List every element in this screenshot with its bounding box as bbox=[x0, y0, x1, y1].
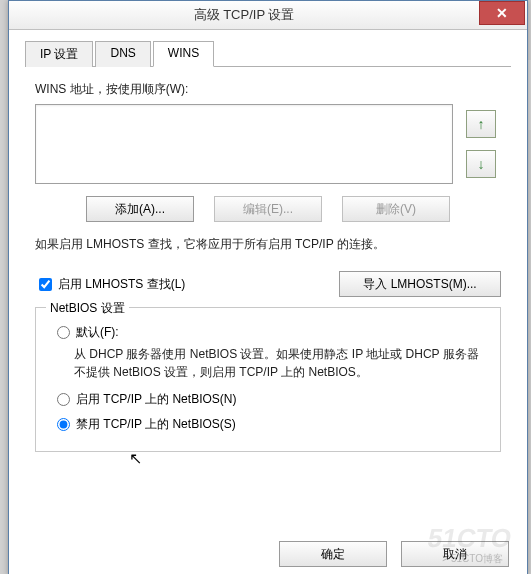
dialog-body: IP 设置 DNS WINS WINS 地址，按使用顺序(W): ↑ ↓ 添加(… bbox=[9, 30, 527, 462]
tab-strip: IP 设置 DNS WINS bbox=[25, 40, 511, 67]
netbios-default-label: 默认(F): bbox=[76, 324, 119, 341]
tab-dns[interactable]: DNS bbox=[95, 41, 150, 67]
edit-button: 编辑(E)... bbox=[214, 196, 322, 222]
move-up-button[interactable]: ↑ bbox=[466, 110, 496, 138]
arrow-up-icon: ↑ bbox=[478, 116, 485, 132]
tab-ip-settings[interactable]: IP 设置 bbox=[25, 41, 93, 67]
lmhosts-info: 如果启用 LMHOSTS 查找，它将应用于所有启用 TCP/IP 的连接。 bbox=[35, 236, 501, 253]
cancel-button[interactable]: 取消 bbox=[401, 541, 509, 567]
netbios-enable-label: 启用 TCP/IP 上的 NetBIOS(N) bbox=[76, 391, 236, 408]
titlebar-title: 高级 TCP/IP 设置 bbox=[9, 6, 479, 24]
lmhosts-row: 启用 LMHOSTS 查找(L) 导入 LMHOSTS(M)... bbox=[35, 271, 501, 297]
netbios-default-radio[interactable] bbox=[57, 326, 70, 339]
netbios-default-row[interactable]: 默认(F): bbox=[52, 324, 488, 341]
netbios-disable-radio[interactable] bbox=[57, 418, 70, 431]
advanced-tcpip-dialog: 高级 TCP/IP 设置 ✕ IP 设置 DNS WINS WINS 地址，按使… bbox=[8, 0, 528, 574]
ok-button[interactable]: 确定 bbox=[279, 541, 387, 567]
add-button[interactable]: 添加(A)... bbox=[86, 196, 194, 222]
import-lmhosts-button[interactable]: 导入 LMHOSTS(M)... bbox=[339, 271, 501, 297]
netbios-default-desc: 从 DHCP 服务器使用 NetBIOS 设置。如果使用静态 IP 地址或 DH… bbox=[74, 345, 488, 381]
wins-list-row: ↑ ↓ bbox=[35, 104, 501, 184]
wins-address-label: WINS 地址，按使用顺序(W): bbox=[35, 81, 507, 98]
tab-wins[interactable]: WINS bbox=[153, 41, 214, 67]
netbios-enable-radio[interactable] bbox=[57, 393, 70, 406]
enable-lmhosts-label: 启用 LMHOSTS 查找(L) bbox=[58, 276, 185, 293]
enable-lmhosts-checkbox[interactable] bbox=[39, 278, 52, 291]
dialog-footer: 确定 取消 bbox=[279, 541, 509, 567]
move-down-button[interactable]: ↓ bbox=[466, 150, 496, 178]
netbios-disable-row[interactable]: 禁用 TCP/IP 上的 NetBIOS(S) bbox=[52, 416, 488, 433]
wins-button-row: 添加(A)... 编辑(E)... 删除(V) bbox=[25, 196, 511, 222]
reorder-buttons: ↑ ↓ bbox=[453, 104, 501, 184]
netbios-disable-label: 禁用 TCP/IP 上的 NetBIOS(S) bbox=[76, 416, 236, 433]
close-button[interactable]: ✕ bbox=[479, 1, 525, 25]
titlebar: 高级 TCP/IP 设置 ✕ bbox=[9, 1, 527, 30]
arrow-down-icon: ↓ bbox=[478, 156, 485, 172]
close-icon: ✕ bbox=[496, 5, 508, 21]
netbios-enable-row[interactable]: 启用 TCP/IP 上的 NetBIOS(N) bbox=[52, 391, 488, 408]
netbios-group-title: NetBIOS 设置 bbox=[46, 300, 129, 317]
remove-button: 删除(V) bbox=[342, 196, 450, 222]
netbios-group: NetBIOS 设置 默认(F): 从 DHCP 服务器使用 NetBIOS 设… bbox=[35, 307, 501, 452]
wins-address-listbox[interactable] bbox=[35, 104, 453, 184]
